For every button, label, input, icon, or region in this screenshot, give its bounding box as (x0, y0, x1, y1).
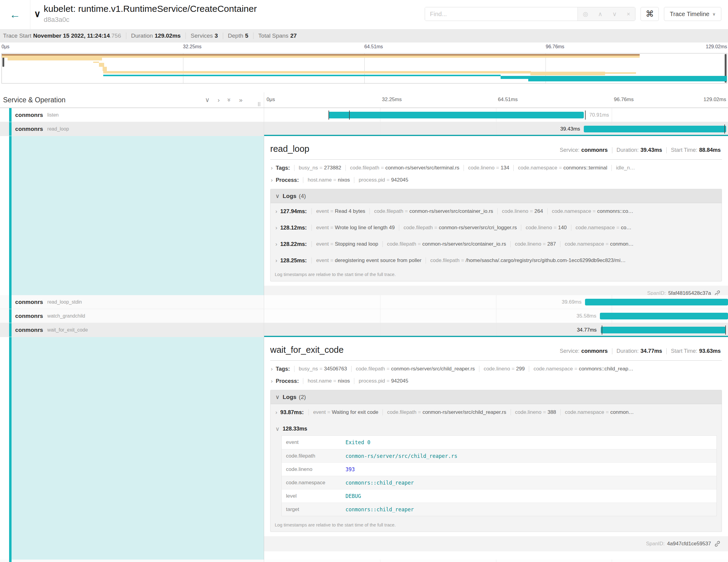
log-entry[interactable]: › 127.94ms: event=Read 4 bytes code.file… (270, 203, 722, 220)
tags-label: Tags: (276, 165, 290, 171)
process-accordion[interactable]: › Process: host.name=nixos process.pid=9… (270, 177, 722, 183)
span-bar[interactable] (585, 299, 728, 305)
span-detail-wait-for-exit-code: wait_for_exit_code Service: conmonrs Dur… (0, 337, 728, 560)
span-timeline-cell[interactable]: 35.58ms (264, 309, 728, 323)
back-button[interactable]: ← (0, 0, 30, 29)
column-resize-handle[interactable] (258, 102, 260, 106)
operation-name: wait_for_exit_code (47, 327, 88, 333)
services-value: 3 (215, 32, 218, 39)
span-duration-label: 39.43ms (560, 126, 580, 132)
chevron-down-icon[interactable]: ∨ (34, 9, 41, 19)
minimap-span-bar (99, 63, 104, 67)
span-name-cell[interactable]: conmonrs wait_for_exit_code (0, 323, 264, 337)
span-timeline-cell[interactable]: 303μs (264, 560, 728, 562)
log-marker-tick (725, 325, 726, 335)
logs-accordion-header[interactable]: ∨ Logs (4) (270, 189, 722, 203)
span-bar[interactable] (600, 313, 728, 319)
table-row: code.filepath conmon-rs/server/src/child… (282, 449, 716, 462)
logs-accordion-header[interactable]: ∨ Logs (2) (270, 390, 722, 404)
log-entry[interactable]: › 93.87ms: event=Waiting for exit code c… (270, 404, 722, 421)
next-result-icon[interactable]: ∨ (612, 10, 617, 18)
locate-icon[interactable]: ◎ (583, 10, 588, 18)
log-entry-expanded[interactable]: ∨ 128.33ms (270, 421, 722, 434)
span-name-cell[interactable]: conmonrs watch_grandchild (0, 309, 264, 323)
trace-start-value: November 15 2022, 11:24:14 (33, 32, 110, 39)
chevron-right-icon: › (271, 378, 273, 384)
logs-footnote: Log timestamps are relative to the start… (270, 269, 722, 281)
spanid-value: 5faf48165428c37a (668, 290, 711, 295)
tags-accordion[interactable]: › Tags: busy_ns=34506763 code.filepath=c… (270, 366, 722, 372)
minimap-span-bar (103, 71, 531, 73)
log-field: code.lineno=264 (497, 208, 547, 214)
log-marker-tick (349, 111, 350, 120)
span-timeline-cell[interactable]: 34.77ms (264, 323, 728, 337)
log-field: event=Wrote log line of length 49 (311, 225, 399, 231)
divider (185, 32, 186, 39)
table-row: code.lineno 393 (282, 462, 716, 476)
tags-accordion[interactable]: › Tags: busy_ns=273882 code.filepath=con… (270, 165, 722, 171)
divider (126, 32, 126, 39)
logs-section: ∨ Logs (2) › 93.87ms: event=Waiting for … (270, 390, 722, 532)
service-label: Service: (560, 147, 580, 153)
log-entry[interactable]: › 128.22ms: event=Stopping read loop cod… (270, 236, 722, 252)
span-name-cell[interactable]: conmonrs read_loop (0, 122, 264, 136)
view-selector-button[interactable]: Trace Timeline ∨ (664, 7, 721, 21)
span-timeline-cell[interactable]: 39.43ms (264, 122, 728, 136)
tag-item: code.filepath=conmon-rs/server/src/child… (351, 366, 479, 372)
service-color-accent (9, 108, 12, 122)
log-field: code.lineno=140 (521, 225, 571, 231)
log-entry[interactable]: › 128.12ms: event=Wrote log line of leng… (270, 220, 722, 236)
span-timeline-cell[interactable]: 39.69ms (264, 295, 728, 309)
app-header: ← ∨ kubelet: runtime.v1.RuntimeService/C… (0, 0, 728, 29)
tag-item: code.namespace=conmonrs::terminal (513, 165, 611, 171)
span-duration-label: 34.77ms (577, 327, 597, 333)
span-row-listen: conmonrs listen 70.91ms (0, 108, 728, 122)
command-icon: ⌘ (646, 9, 654, 19)
duration-label: Duration: (617, 348, 639, 354)
span-bar[interactable] (584, 126, 726, 132)
span-bar[interactable] (328, 112, 583, 118)
keyboard-shortcuts-button[interactable]: ⌘ (641, 7, 659, 21)
operation-name: listen (47, 112, 59, 118)
divider (270, 159, 722, 160)
timeline-grid-header: Service & Operation ∨ › » » 0μs 32.25ms … (0, 92, 728, 108)
span-name-cell[interactable]: conmonrs listen (0, 108, 264, 122)
collapse-all-icon[interactable]: » (226, 98, 233, 102)
service-operation-header: Service & Operation ∨ › » » (0, 92, 264, 107)
operation-name: read_loop (47, 126, 69, 132)
back-arrow-icon[interactable]: ← (10, 8, 21, 21)
trace-start-label: Trace Start (3, 32, 31, 39)
clear-search-icon[interactable]: × (627, 11, 630, 18)
logs-footnote: Log timestamps are relative to the start… (270, 519, 722, 532)
log-field: code.filepath=conmon-rs/server/src/conta… (369, 208, 497, 214)
link-icon[interactable] (714, 290, 721, 295)
expand-one-icon[interactable]: › (218, 96, 220, 104)
title-zone: ∨ kubelet: runtime.v1.RuntimeService/Cre… (30, 0, 257, 29)
header-controls: ◎ ∧ ∨ × ⌘ Trace Timeline ∨ (425, 7, 721, 21)
collapse-one-icon[interactable]: ∨ (205, 96, 209, 104)
span-name-cell[interactable]: conmonrs write_exit_path (0, 560, 264, 562)
link-icon[interactable] (714, 540, 721, 547)
expand-all-icon[interactable]: » (239, 96, 243, 104)
divider (223, 32, 223, 39)
chevron-down-icon: ∨ (713, 12, 716, 16)
tick-label: 32.25ms (183, 44, 202, 49)
tick-label: 64.51ms (364, 44, 383, 49)
log-entry[interactable]: › 128.25ms: event=deregistering event so… (270, 252, 722, 269)
spanid-label: SpanID: (647, 290, 666, 295)
tag-item: busy_ns=273882 (294, 165, 345, 171)
spanid-row: SpanID: 4a947cfd1ce59537 (264, 536, 728, 551)
minimap-canvas[interactable] (2, 53, 727, 83)
span-detail-read-loop: read_loop Service: conmonrs Duration: 39… (0, 136, 728, 295)
service-color-accent (9, 323, 12, 337)
field-key: code.filepath (282, 453, 345, 459)
process-accordion[interactable]: › Process: host.name=nixos process.pid=9… (270, 378, 722, 384)
start-time-value: 93.63ms (699, 348, 721, 354)
search-input[interactable] (425, 7, 577, 21)
span-duration-label: 35.58ms (577, 313, 596, 319)
prev-result-icon[interactable]: ∧ (598, 10, 603, 18)
span-timeline-cell[interactable]: 70.91ms (264, 108, 728, 122)
span-bar[interactable] (601, 327, 726, 333)
span-name-cell[interactable]: conmonrs read_loop_stdin (0, 295, 264, 309)
span-duration-label: 39.69ms (562, 299, 581, 305)
